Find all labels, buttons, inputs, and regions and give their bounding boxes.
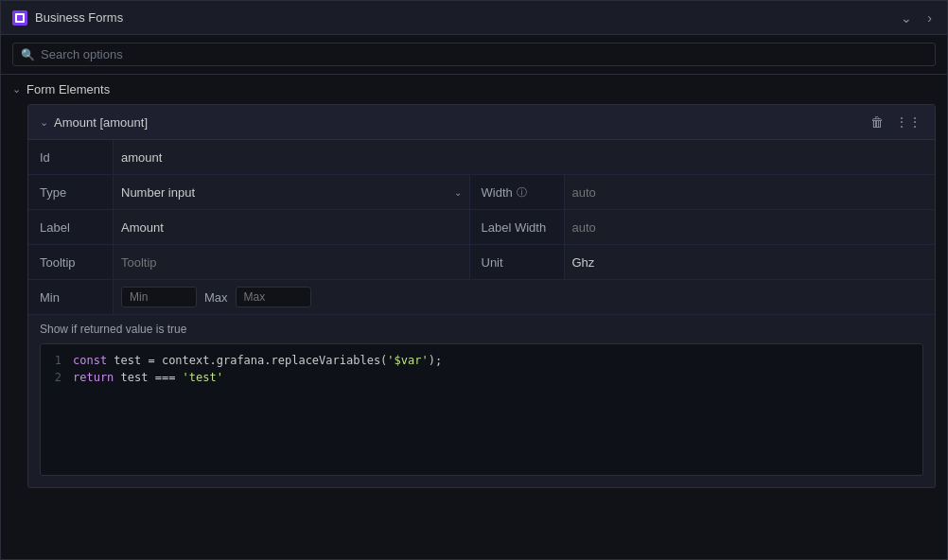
panel-header-right: ⌄ ›: [897, 9, 936, 27]
form-element-header-right: 🗑 ⋮⋮: [869, 113, 923, 131]
search-input[interactable]: [41, 47, 927, 61]
code-content-2: return test === 'test': [73, 371, 223, 384]
tooltip-value-container: [114, 245, 469, 279]
unit-value: [565, 245, 936, 279]
code-line-1: 1 const test = context.grafana.replaceVa…: [44, 352, 919, 369]
section-collapse-icon: ⌄: [12, 83, 21, 96]
type-select[interactable]: Number input Text input Select Checkbox …: [121, 185, 450, 200]
width-value: [565, 175, 936, 209]
drag-handle-button[interactable]: ⋮⋮: [893, 113, 923, 131]
form-elements-section: ⌄ Form Elements ⌄ Amount [amount] 🗑 ⋮⋮ I…: [1, 75, 947, 496]
tooltip-unit-row: Tooltip Unit: [28, 245, 935, 280]
max-input-wrap: [236, 287, 311, 307]
tooltip-unit-split: Unit: [114, 245, 935, 279]
form-element-header: ⌄ Amount [amount] 🗑 ⋮⋮: [28, 105, 935, 140]
label-labelwidth-split: Label Width: [114, 210, 935, 244]
id-row: Id: [28, 140, 935, 175]
panel-chevron-right-button[interactable]: ›: [923, 9, 936, 27]
width-input[interactable]: [572, 185, 928, 200]
label-value-wrap: [114, 210, 470, 244]
unit-label-text: Unit: [482, 255, 503, 270]
label-width-value: [565, 210, 936, 244]
label-width-input[interactable]: [572, 220, 928, 235]
tooltip-input[interactable]: [121, 255, 462, 270]
form-fields: Id Type Number input: [28, 140, 935, 476]
type-select-wrap: Number input Text input Select Checkbox …: [114, 175, 470, 209]
panel-title: Business Forms: [35, 10, 123, 25]
code-content-1: const test = context.grafana.replaceVari…: [73, 354, 442, 367]
panel-icon: [12, 10, 27, 26]
width-label-text: Width: [482, 185, 513, 200]
max-input[interactable]: [244, 290, 303, 304]
label-labelwidth-row: Label Label Width: [28, 210, 935, 245]
width-label: Width ⓘ: [470, 175, 565, 209]
form-element-header-left: ⌄ Amount [amount]: [40, 115, 148, 130]
type-select-container: Number input Text input Select Checkbox …: [114, 175, 469, 209]
element-title: Amount [amount]: [54, 115, 148, 130]
width-info-icon[interactable]: ⓘ: [517, 185, 527, 200]
code-editor[interactable]: 1 const test = context.grafana.replaceVa…: [40, 343, 923, 476]
panel-header-left: Business Forms: [12, 10, 123, 26]
label-input[interactable]: [121, 220, 462, 235]
unit-label: Unit: [470, 245, 565, 279]
label-label: Label: [28, 210, 114, 244]
search-bar: 🔍: [1, 35, 947, 75]
type-select-chevron-icon: ⌄: [454, 187, 462, 198]
id-input[interactable]: [121, 150, 927, 165]
line-num-1: 1: [44, 354, 73, 367]
max-label-inline: Max: [204, 290, 228, 305]
id-label: Id: [28, 140, 114, 174]
delete-element-button[interactable]: 🗑: [869, 113, 886, 131]
panel-icon-inner: [15, 13, 25, 23]
show-if-label: Show if returned value is true: [28, 315, 935, 340]
type-width-split: Number input Text input Select Checkbox …: [114, 175, 935, 209]
tooltip-value-wrap: [114, 245, 470, 279]
search-icon: 🔍: [21, 48, 35, 61]
panel-header: Business Forms ⌄ ›: [1, 1, 947, 35]
section-title: Form Elements: [26, 82, 110, 96]
id-value: [114, 140, 935, 174]
code-line-2: 2 return test === 'test': [44, 369, 919, 386]
label-width-label-text: Label Width: [482, 220, 547, 235]
min-max-inputs: Max: [114, 287, 319, 307]
min-label: Min: [28, 280, 114, 314]
amount-card: ⌄ Amount [amount] 🗑 ⋮⋮ Id: [27, 104, 936, 488]
min-input[interactable]: [130, 290, 188, 304]
label-value-container: [114, 210, 469, 244]
search-input-wrap: 🔍: [12, 43, 936, 66]
panel: Business Forms ⌄ › 🔍 ⌄ Form Elements ⌄ A…: [0, 0, 948, 560]
type-width-row: Type Number input Text input Select Chec…: [28, 175, 935, 210]
label-width-label: Label Width: [470, 210, 565, 244]
element-collapse-icon[interactable]: ⌄: [40, 116, 48, 129]
tooltip-label: Tooltip: [28, 245, 114, 279]
unit-input[interactable]: [572, 255, 928, 270]
min-input-wrap: [121, 287, 197, 307]
min-max-row: Min Max: [28, 280, 935, 315]
line-num-2: 2: [44, 371, 73, 384]
type-select-inner: Number input Text input Select Checkbox …: [121, 185, 462, 200]
panel-chevron-down-button[interactable]: ⌄: [897, 9, 916, 27]
type-label: Type: [28, 175, 114, 209]
section-header[interactable]: ⌄ Form Elements: [12, 82, 936, 96]
